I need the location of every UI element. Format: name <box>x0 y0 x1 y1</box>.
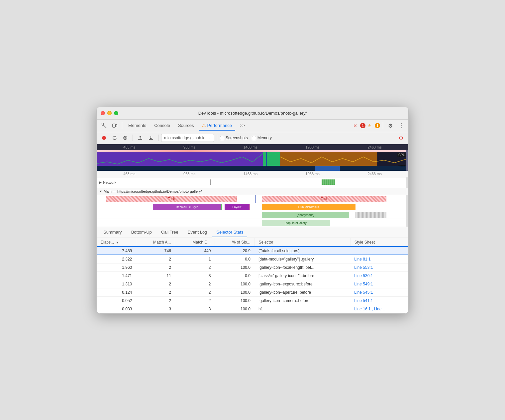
row-stylesheet[interactable]: Line 541:1 <box>350 296 408 305</box>
populate-gallery-bar[interactable]: populateGallery <box>262 220 330 226</box>
row-elapsed: 1.471 <box>97 271 136 280</box>
small-bar-2 <box>250 204 250 210</box>
row-match-count: 2 <box>175 263 215 271</box>
row-stylesheet[interactable]: Line 16:1 , Line... <box>350 305 408 313</box>
pink-overview-bar <box>97 150 408 152</box>
perf-settings-icon[interactable]: ⚙ <box>396 133 406 143</box>
task-bar-2[interactable]: Task <box>262 196 386 202</box>
tab-sources[interactable]: Sources <box>175 121 197 131</box>
row-match-attempts: 11 <box>136 271 175 280</box>
task-row2-scrollbar[interactable] <box>406 203 408 211</box>
anonymous-bar[interactable]: (anonymous) <box>262 212 349 218</box>
table-row[interactable]: 1.471 11 8 0.0 [class*=" gallery-icon--"… <box>97 271 408 280</box>
screenshots-checkbox-input[interactable] <box>220 136 224 140</box>
maximize-button[interactable] <box>114 111 118 115</box>
row-stylesheet[interactable]: Line 549:1 <box>350 280 408 288</box>
svg-rect-9 <box>280 152 377 166</box>
screenshots-checkbox[interactable]: Screenshots <box>220 136 248 140</box>
close-button[interactable] <box>101 111 105 115</box>
table-row[interactable]: 1.310 2 2 100.0 .gallery-icon--exposure:… <box>97 280 408 288</box>
svg-rect-0 <box>102 123 104 125</box>
row-selector: .gallery-icon--camera::before <box>254 296 350 305</box>
track-scrollbar[interactable] <box>406 177 408 188</box>
overview-scrollbar[interactable] <box>406 150 408 171</box>
main-track-header: ▼ Main — https://microsoftedge.github.io… <box>97 188 408 195</box>
run-microtasks-bar[interactable]: Run Microtasks <box>262 204 355 210</box>
divider <box>122 122 122 129</box>
row-stylesheet[interactable]: Line 81:1 <box>350 255 408 263</box>
timeline-overview[interactable]: 463 ms 963 ms 1463 ms 1963 ms 2463 ms <box>97 144 408 171</box>
minimize-button[interactable] <box>107 111 112 115</box>
warning-count-badge: 1 <box>375 123 380 128</box>
overview-scrollbar-thumb[interactable] <box>406 150 408 171</box>
table-row[interactable]: 0.124 2 2 100.0 .gallery-icon--aperture:… <box>97 288 408 296</box>
tab-selector-stats[interactable]: Selector Stats <box>212 228 247 237</box>
element-picker-icon[interactable] <box>99 121 109 130</box>
task-row-4: populateGallery <box>97 219 408 227</box>
table-row[interactable]: 1.960 2 2 100.0 .gallery-icon--focal-len… <box>97 263 408 271</box>
svg-rect-2 <box>116 125 117 127</box>
perf-toolbar: microsoftedge.github.io ... Screenshots … <box>97 132 408 144</box>
col-selector[interactable]: Selector <box>254 238 350 247</box>
download-profile-button[interactable] <box>146 133 155 143</box>
row-match-attempts: 2 <box>136 255 175 263</box>
svg-point-3 <box>102 136 106 140</box>
network-track-label: ▶ Network <box>99 180 126 184</box>
row-selector: .gallery-icon--focal-length::bef... <box>254 263 350 271</box>
selection-line <box>255 195 256 203</box>
col-match-count[interactable]: Match C... <box>175 238 215 247</box>
task-bar-1[interactable]: Task <box>106 196 237 202</box>
totals-row[interactable]: 7.489 746 449 20.9 (Totals for all selec… <box>97 247 408 255</box>
task-row-3: (anonymous) <box>97 211 408 219</box>
table-row[interactable]: 0.052 2 2 100.0 .gallery-icon--camera::b… <box>97 296 408 305</box>
more-options-icon[interactable]: ⋮ <box>396 121 406 130</box>
totals-selector: (Totals for all selectors) <box>254 247 350 255</box>
main-toolbar: Elements Console Sources ⚠ Performance >… <box>97 120 408 132</box>
tab-elements[interactable]: Elements <box>125 121 150 131</box>
tab-console[interactable]: Console <box>151 121 173 131</box>
row-elapsed: 0.124 <box>97 288 136 296</box>
row-selector: .gallery-icon--exposure::before <box>254 280 350 288</box>
row-stylesheet[interactable]: Line 530:1 <box>350 271 408 280</box>
row-match-attempts: 2 <box>136 288 175 296</box>
row-match-count: 8 <box>175 271 215 280</box>
tab-call-tree[interactable]: Call Tree <box>157 228 182 237</box>
row-selector: .gallery-icon--aperture::before <box>254 288 350 296</box>
divider4 <box>158 135 158 141</box>
table-row[interactable]: 0.033 3 3 100.0 h1 Line 16:1 , Line... <box>97 305 408 313</box>
small-bar-1 <box>221 204 222 210</box>
totals-match-attempts: 746 <box>136 247 175 255</box>
col-match-attempts[interactable]: Match A... <box>136 238 175 247</box>
recalculate-style-bar[interactable]: Recalcu...e Style <box>153 204 221 210</box>
memory-checkbox[interactable]: Memory <box>252 136 272 140</box>
tab-bottom-up[interactable]: Bottom-Up <box>127 228 156 237</box>
tab-performance[interactable]: ⚠ Performance <box>199 121 235 131</box>
clear-button[interactable] <box>121 133 130 143</box>
layout-bar[interactable]: Layout <box>225 204 250 210</box>
upload-profile-button[interactable] <box>136 133 145 143</box>
table-row[interactable]: 2.322 2 1 0.0 [data-module="gallery"] .g… <box>97 255 408 263</box>
task-row-scrollbar[interactable] <box>406 195 408 203</box>
record-button[interactable] <box>99 133 109 143</box>
col-pct-slow[interactable]: % of Slo... <box>215 238 254 247</box>
task-row4-scrollbar[interactable] <box>406 219 408 227</box>
row-match-attempts: 2 <box>136 263 175 271</box>
col-elapsed[interactable]: Elaps... ▼ <box>97 238 136 247</box>
reload-record-button[interactable] <box>110 133 119 143</box>
task-row3-scrollbar[interactable] <box>406 211 408 219</box>
settings-icon[interactable]: ⚙ <box>386 121 395 130</box>
device-toolbar-icon[interactable] <box>110 121 119 130</box>
tab-performance-label: Performance <box>207 123 232 128</box>
row-elapsed: 2.322 <box>97 255 136 263</box>
warning-icon: ⚠ <box>367 123 372 128</box>
task-row-1: Task Task <box>97 195 408 203</box>
row-stylesheet[interactable]: Line 545:1 <box>350 288 408 296</box>
row-stylesheet[interactable]: Line 553:1 <box>350 263 408 271</box>
tab-event-log[interactable]: Event Log <box>184 228 211 237</box>
col-stylesheet[interactable]: Style Sheet <box>350 238 408 247</box>
row-selector: h1 <box>254 305 350 313</box>
memory-checkbox-input[interactable] <box>252 136 256 140</box>
cpu-label: CPU <box>397 153 406 157</box>
tab-summary[interactable]: Summary <box>99 228 126 237</box>
tab-more[interactable]: >> <box>237 121 248 131</box>
